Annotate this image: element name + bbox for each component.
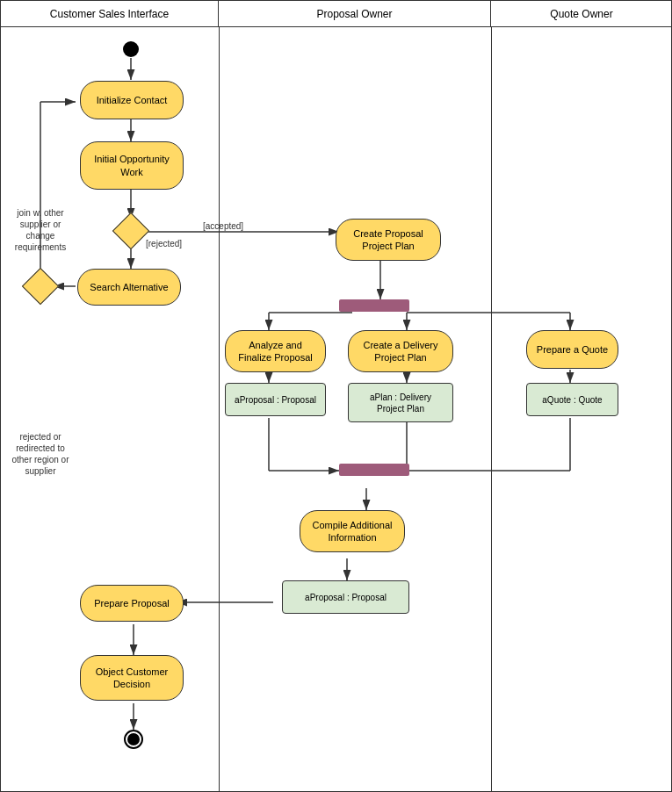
rejected-annotation: rejected or redirected to other region o… xyxy=(5,431,76,477)
initial-opportunity-node: Initial Opportunity Work xyxy=(80,141,184,190)
lane2-label: Proposal Owner xyxy=(316,8,392,20)
compile-additional-node: Compile Additional Information xyxy=(300,510,405,552)
aplan-node: aPlan : Delivery Project Plan xyxy=(348,383,453,422)
diamond1-node xyxy=(118,218,144,244)
object-customer-node: Object Customer Decision xyxy=(80,655,184,701)
initial-node xyxy=(123,41,139,57)
prepare-quote-node: Prepare a Quote xyxy=(526,330,618,369)
aproposal1-node: aProposal : Proposal xyxy=(225,383,326,416)
lane1-label: Customer Sales Interface xyxy=(50,8,169,20)
final-node xyxy=(124,730,143,749)
lane1-header: Customer Sales Interface xyxy=(1,1,219,27)
aquote-node: aQuote : Quote xyxy=(526,383,618,416)
diamond2-node xyxy=(27,273,54,299)
diagram-container: Customer Sales Interface Proposal Owner … xyxy=(0,0,672,792)
create-proposal-plan-node: Create Proposal Project Plan xyxy=(336,219,441,261)
lane-divider1 xyxy=(219,27,220,792)
lane2-header: Proposal Owner xyxy=(219,1,491,27)
lane-divider2 xyxy=(491,27,492,792)
join-annotation: join w. other supplier or change require… xyxy=(5,207,76,253)
rejected-label: [rejected] xyxy=(146,238,182,249)
analyze-finalize-node: Analyze and Finalize Proposal xyxy=(225,330,326,372)
fork-bar1 xyxy=(339,299,409,312)
lane3-label: Quote Owner xyxy=(550,8,612,20)
prepare-proposal-node: Prepare Proposal xyxy=(80,585,184,622)
initialize-contact-node: Initialize Contact xyxy=(80,81,184,119)
accepted-label: [accepted] xyxy=(203,220,243,232)
aproposal2-node: aProposal : Proposal xyxy=(282,580,409,614)
fork-bar2 xyxy=(339,464,409,476)
search-alternative-node: Search Alternative xyxy=(77,269,181,306)
lane3-header: Quote Owner xyxy=(491,1,672,27)
create-delivery-node: Create a Delivery Project Plan xyxy=(348,330,453,372)
